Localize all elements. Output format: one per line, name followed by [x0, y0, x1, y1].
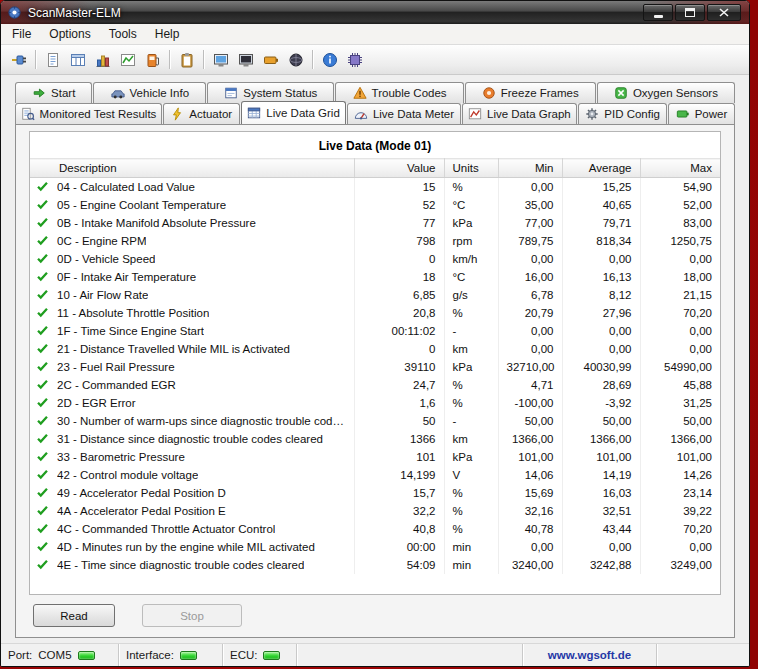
menu-item-tools[interactable]: Tools	[100, 24, 146, 44]
tab-row-2: Monitored Test ResultsActuatorLive Data …	[15, 103, 735, 124]
table-row[interactable]: 23 - Fuel Rail Pressure39110kPa32710,004…	[30, 358, 720, 376]
tab-actuator[interactable]: Actuator	[163, 103, 240, 124]
tab-label: Trouble Codes	[372, 87, 447, 99]
toolbar-button-grid[interactable]	[65, 47, 90, 72]
menu-item-help[interactable]: Help	[146, 24, 189, 44]
table-row[interactable]: 4E - Time since diagnostic trouble codes…	[30, 556, 720, 574]
tab-trouble-codes[interactable]: Trouble Codes	[335, 82, 463, 103]
toolbar-button-connect[interactable]	[6, 47, 31, 72]
tab-live-data-graph[interactable]: Live Data Graph	[462, 103, 578, 124]
column-header-max[interactable]: Max	[640, 159, 720, 178]
pid-description: 05 - Engine Coolant Temperature	[57, 199, 226, 211]
read-button[interactable]: Read	[33, 604, 115, 627]
cell-min: 35,00	[498, 196, 562, 214]
cell-units: km	[444, 430, 498, 448]
cell-description: 31 - Distance since diagnostic trouble c…	[30, 430, 354, 448]
tab-freeze-frames[interactable]: Freeze Frames	[465, 82, 596, 103]
panel-title: Live Data (Mode 01)	[30, 132, 720, 158]
maximize-button[interactable]	[675, 4, 705, 21]
freeze-frames-icon	[482, 86, 496, 100]
table-row[interactable]: 31 - Distance since diagnostic trouble c…	[30, 430, 720, 448]
column-header-min[interactable]: Min	[498, 159, 562, 178]
toolbar-button-report[interactable]	[40, 47, 65, 72]
tab-oxygen-sensors[interactable]: Oxygen Sensors	[597, 82, 735, 103]
cell-min: 20,79	[498, 304, 562, 322]
tab-system-status[interactable]: System Status	[207, 82, 334, 103]
cell-avg: 27,96	[562, 304, 640, 322]
table-row[interactable]: 42 - Control module voltage14,199V14,061…	[30, 466, 720, 484]
menu-item-options[interactable]: Options	[40, 24, 99, 44]
table-row[interactable]: 05 - Engine Coolant Temperature52°C35,00…	[30, 196, 720, 214]
cell-value: 6,85	[354, 286, 444, 304]
cell-units: min	[444, 556, 498, 574]
table-row[interactable]: 21 - Distance Travelled While MIL is Act…	[30, 340, 720, 358]
toolbar-button-screenshot[interactable]	[208, 47, 233, 72]
cell-min: 77,00	[498, 214, 562, 232]
toolbar-button-fuel-pump[interactable]	[140, 47, 165, 72]
pid-description: 11 - Absolute Throttle Position	[57, 307, 209, 319]
table-row[interactable]: 33 - Barometric Pressure101kPa101,00101,…	[30, 448, 720, 466]
menu-item-file[interactable]: File	[3, 24, 40, 44]
table-row[interactable]: 1F - Time Since Engine Start00:11:02-0,0…	[30, 322, 720, 340]
toolbar-button-info[interactable]	[317, 47, 342, 72]
tab-monitored-test-results[interactable]: Monitored Test Results	[15, 103, 162, 124]
close-button[interactable]	[707, 4, 741, 21]
port-status-led	[78, 651, 95, 660]
table-row[interactable]: 04 - Calculated Load Value15%0,0015,2554…	[30, 178, 720, 196]
tab-start[interactable]: Start	[15, 82, 92, 103]
table-row[interactable]: 0D - Vehicle Speed0km/h0,000,000,00	[30, 250, 720, 268]
cell-max: 70,20	[640, 520, 720, 538]
tab-vehicle-info[interactable]: Vehicle Info	[93, 82, 206, 103]
tab-pid-config[interactable]: PID Config	[578, 103, 667, 124]
table-row[interactable]: 2D - EGR Error1,6%-100,00-3,9231,25	[30, 394, 720, 412]
toolbar-button-chart[interactable]	[90, 47, 115, 72]
cell-value: 798	[354, 232, 444, 250]
table-row[interactable]: 2C - Commanded EGR24,7%4,7128,6945,88	[30, 376, 720, 394]
check-ok-icon	[36, 486, 49, 499]
cell-value: 24,7	[354, 376, 444, 394]
toolbar-button-monitor[interactable]	[233, 47, 258, 72]
toolbar-button-chip[interactable]	[342, 47, 367, 72]
toolbar-button-globe[interactable]	[283, 47, 308, 72]
table-row[interactable]: 0B - Intake Manifold Absolute Pressure77…	[30, 214, 720, 232]
stop-button[interactable]: Stop	[142, 604, 242, 627]
cell-units: %	[444, 376, 498, 394]
tab-live-data-meter[interactable]: Live Data Meter	[347, 103, 460, 124]
column-header-value[interactable]: Value	[354, 159, 444, 178]
wgsoft-link[interactable]: www.wgsoft.de	[548, 649, 631, 661]
pid-description: 10 - Air Flow Rate	[57, 289, 148, 301]
status-bar-tail	[657, 644, 749, 666]
cell-max: 45,88	[640, 376, 720, 394]
column-header-average[interactable]: Average	[562, 159, 640, 178]
tab-power[interactable]: Power	[668, 103, 735, 124]
check-ok-icon	[36, 450, 49, 463]
table-row[interactable]: 4C - Commanded Throttle Actuator Control…	[30, 520, 720, 538]
table-row[interactable]: 4A - Accelerator Pedal Position E32,2%32…	[30, 502, 720, 520]
title-bar[interactable]: ScanMaster-ELM	[1, 1, 749, 24]
toolbar-button-clipboard[interactable]	[174, 47, 199, 72]
table-row[interactable]: 11 - Absolute Throttle Position20,8%20,7…	[30, 304, 720, 322]
graph-icon	[120, 52, 136, 68]
cell-description: 0C - Engine RPM	[30, 232, 354, 250]
table-row[interactable]: 0F - Intake Air Temperature18°C16,0016,1…	[30, 268, 720, 286]
table-row[interactable]: 30 - Number of warm-ups since diagnostic…	[30, 412, 720, 430]
cell-avg: 0,00	[562, 250, 640, 268]
table-row[interactable]: 4D - Minutes run by the engine while MIL…	[30, 538, 720, 556]
table-row[interactable]: 0C - Engine RPM798rpm789,75818,341250,75	[30, 232, 720, 250]
port-value: COM5	[38, 649, 71, 661]
pid-description: 1F - Time Since Engine Start	[57, 325, 204, 337]
check-ok-icon	[36, 270, 49, 283]
tab-label: Live Data Meter	[373, 108, 454, 120]
column-header-units[interactable]: Units	[444, 159, 498, 178]
close-icon	[719, 8, 729, 17]
cell-avg: 79,71	[562, 214, 640, 232]
minimize-button[interactable]	[643, 4, 673, 21]
cell-description: 2C - Commanded EGR	[30, 376, 354, 394]
tab-live-data-grid[interactable]: Live Data Grid	[241, 101, 347, 124]
table-row[interactable]: 10 - Air Flow Rate6,85g/s6,788,1221,15	[30, 286, 720, 304]
toolbar-button-graph[interactable]	[115, 47, 140, 72]
toolbar-button-battery[interactable]	[258, 47, 283, 72]
table-row[interactable]: 49 - Accelerator Pedal Position D15,7%15…	[30, 484, 720, 502]
cell-description: 21 - Distance Travelled While MIL is Act…	[30, 340, 354, 358]
column-header-description[interactable]: Description	[30, 159, 354, 178]
